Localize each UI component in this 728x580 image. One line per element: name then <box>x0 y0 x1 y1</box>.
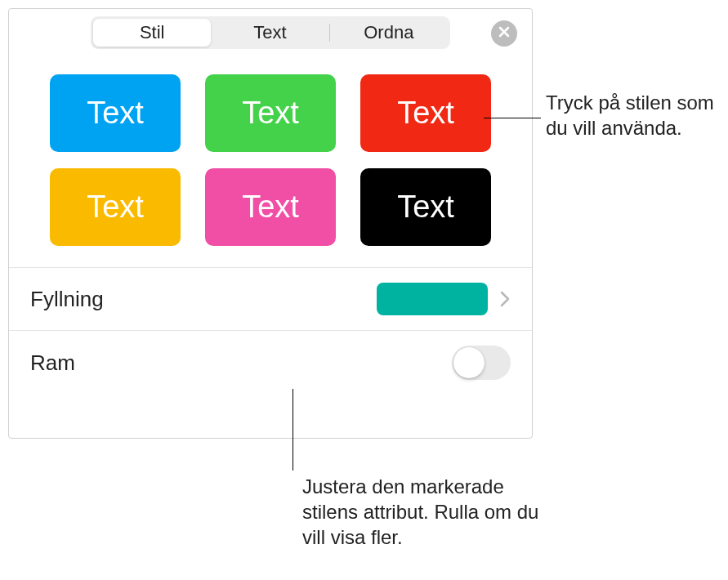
tab-text[interactable]: Text <box>211 19 328 47</box>
swatch-label: Text <box>242 190 299 225</box>
tab-label: Text <box>253 22 286 43</box>
tab-style[interactable]: Stil <box>93 19 211 47</box>
panel-header: Stil Text Ordna <box>9 9 532 50</box>
swatch-label: Text <box>242 96 299 131</box>
swatch-label: Text <box>87 190 144 225</box>
format-panel: Stil Text Ordna Text Text Text Text <box>8 8 533 439</box>
style-swatch-red[interactable]: Text <box>360 74 491 152</box>
style-swatch-blue[interactable]: Text <box>50 74 181 152</box>
swatch-label: Text <box>87 96 144 131</box>
callout-text: Tryck på stilen som du vill använda. <box>546 90 717 141</box>
callout-line <box>484 118 541 118</box>
tab-arrange[interactable]: Ordna <box>330 19 448 47</box>
tab-label: Ordna <box>364 22 413 43</box>
border-label: Ram <box>30 350 75 376</box>
style-swatch-grid: Text Text Text Text Text Text <box>9 50 532 262</box>
attribute-rows: Fyllning Ram <box>9 267 532 395</box>
fill-color-chip[interactable] <box>377 283 488 315</box>
style-swatch-yellow[interactable]: Text <box>50 168 181 246</box>
swatch-label: Text <box>397 96 454 131</box>
close-icon <box>498 26 510 41</box>
callout-text: Justera den markerade stilens attribut. … <box>302 474 547 551</box>
callout-line <box>293 389 293 471</box>
style-swatch-pink[interactable]: Text <box>205 168 336 246</box>
toggle-knob <box>453 347 485 378</box>
style-swatch-green[interactable]: Text <box>205 74 336 152</box>
fill-value-group <box>377 283 511 315</box>
style-swatch-black[interactable]: Text <box>360 168 491 246</box>
border-toggle[interactable] <box>452 346 511 380</box>
swatch-label: Text <box>397 190 454 225</box>
tab-bar: Stil Text Ordna <box>91 16 450 49</box>
tab-label: Stil <box>140 22 165 43</box>
fill-label: Fyllning <box>30 287 104 312</box>
close-button[interactable] <box>491 20 517 47</box>
chevron-right-icon <box>499 289 511 309</box>
fill-row[interactable]: Fyllning <box>9 268 532 331</box>
border-row: Ram <box>9 331 532 395</box>
